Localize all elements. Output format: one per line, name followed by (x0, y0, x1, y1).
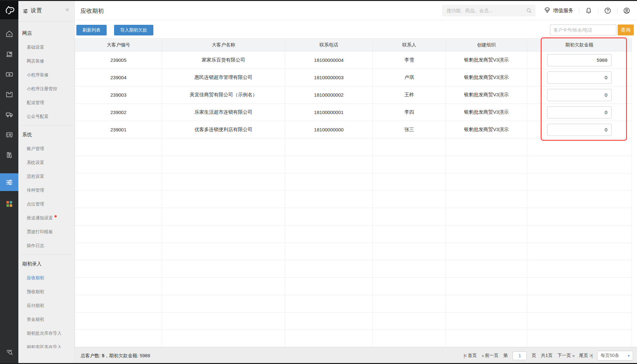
query-button[interactable]: 查询 (618, 24, 634, 35)
sidebar-item[interactable]: 网店装修 (18, 54, 74, 68)
sidebar-item[interactable]: 点位管理 (18, 197, 74, 211)
rail-cash-icon[interactable] (0, 65, 18, 83)
cell-contact: 王梓 (373, 86, 446, 104)
sidebar-item[interactable]: 流程设置 (18, 169, 74, 183)
first-page-button[interactable]: |<首页 (464, 353, 477, 359)
empty-cell (373, 278, 446, 295)
sidebar-item[interactable]: 期初库区库存导入 (18, 340, 74, 348)
rail-safe-icon[interactable] (0, 126, 18, 144)
sidebar-item[interactable]: 账户管理 (18, 142, 74, 156)
initial-debt-input[interactable] (547, 72, 612, 84)
empty-cell (162, 156, 285, 173)
empty-cell (285, 225, 373, 243)
empty-cell (75, 243, 162, 260)
per-page-select[interactable]: 每页50条 ▾ (597, 351, 633, 360)
cell-amount (527, 52, 632, 69)
sidebar-item[interactable]: 期初批次库存导入 (18, 326, 74, 340)
empty-cell (373, 208, 446, 225)
rail-apps-grid-icon[interactable] (0, 195, 18, 213)
footer-bar: 总客户数: 5，期初欠款金额: 5988 |<首页 «前一页 第 页 共1页 下… (75, 347, 637, 364)
empty-row (75, 208, 632, 225)
account-avatar-icon[interactable] (623, 7, 631, 14)
initial-debt-input[interactable] (547, 54, 612, 66)
empty-cell (373, 295, 446, 312)
table-row: 239003美宜佳商贸有限公司（示例名）18100000002王梓银豹批发商贸V… (75, 86, 632, 104)
chevron-down-icon: ▾ (628, 354, 630, 358)
sidebar-item[interactable]: 公众号配置 (18, 110, 74, 123)
sidebar-item[interactable]: 票据打印模板 (18, 225, 74, 239)
empty-cell (285, 191, 373, 208)
prev-page-button[interactable]: «前一页 (482, 353, 498, 359)
initial-debt-input[interactable] (547, 124, 612, 136)
empty-cell (162, 312, 285, 330)
empty-row (75, 260, 632, 278)
empty-cell (75, 208, 162, 225)
empty-cell (162, 225, 285, 243)
cell-org: 银豹批发商贸V3演示 (446, 86, 527, 104)
first-page-icon: |< (464, 353, 467, 358)
empty-cell (75, 295, 162, 312)
empty-row (75, 156, 632, 173)
sidebar-item[interactable]: 系统设置 (18, 156, 74, 169)
sidebar-item[interactable]: 操作日志 (18, 239, 74, 253)
empty-cell (75, 156, 162, 173)
rail-settings-sliders-icon[interactable] (0, 173, 18, 191)
empty-cell (285, 243, 373, 260)
sidebar-item[interactable]: 推送通知设置 (18, 211, 74, 225)
help-icon[interactable] (604, 7, 612, 14)
next-page-button[interactable]: 下一页» (557, 353, 574, 359)
global-search-input[interactable] (442, 5, 536, 16)
cell-contact: 李雪 (373, 52, 446, 69)
sidebar-item[interactable]: 传秤管理 (18, 183, 74, 197)
empty-row (75, 173, 632, 191)
initial-debt-input[interactable] (547, 106, 612, 119)
cell-org: 银豹批发商贸V3演示 (446, 104, 527, 121)
sidebar-item[interactable]: 资金期初 (18, 312, 74, 326)
value-added-services-button[interactable]: 增值服务 (544, 6, 574, 15)
initial-debt-input[interactable] (547, 89, 612, 101)
cell-id: 239002 (75, 104, 162, 121)
empty-cell (527, 156, 632, 173)
sidebar-item[interactable]: 小程序装修 (18, 68, 74, 82)
empty-row (75, 243, 632, 260)
cell-name: 家家乐百货有限公司 (162, 52, 285, 69)
rail-delivery-truck-icon[interactable] (0, 105, 18, 123)
notification-dot (54, 215, 57, 217)
customer-filter-input[interactable] (550, 24, 616, 35)
sidebar-item[interactable]: 应付期初 (18, 299, 74, 312)
sidebar-item[interactable]: 应收期初 (18, 271, 74, 285)
rail-ledger-icon[interactable] (0, 146, 18, 164)
empty-cell (527, 260, 632, 278)
sidebar-item[interactable]: 基础设置 (18, 40, 74, 54)
page-number-input[interactable] (513, 351, 527, 360)
close-icon[interactable]: × (65, 6, 69, 13)
pospal-leopard-logo[interactable] (0, 1, 18, 19)
sidebar-item[interactable]: 预收期初 (18, 285, 74, 299)
empty-cell (373, 312, 446, 330)
page-title: 应收期初 (81, 7, 104, 15)
empty-cell (373, 330, 446, 347)
last-page-button[interactable]: 尾页>| (579, 353, 592, 359)
empty-cell (527, 225, 632, 243)
column-header: 联系人 (373, 39, 446, 52)
import-initial-debt-button[interactable]: 导入期初欠款 (114, 25, 153, 35)
cell-org: 银豹批发商贸V3演示 (446, 52, 527, 69)
pagination: |<首页 «前一页 第 页 共1页 下一页» 尾页>| 每页50条 ▾ (464, 351, 633, 360)
sidebar-item[interactable]: 小程序注册管控 (18, 82, 74, 96)
rail-home-icon[interactable] (0, 25, 18, 43)
empty-cell (446, 173, 527, 191)
refresh-list-button[interactable]: 刷新列表 (76, 25, 107, 35)
empty-row (75, 225, 632, 243)
rail-search-list-icon[interactable] (0, 343, 18, 361)
customer-table-wrap: 大客户编号大客户名称联系电话联系人创建组织期初欠款金额 239005家家乐百货有… (75, 38, 632, 347)
rail-package-icon[interactable] (0, 85, 18, 103)
cell-name: 乐家生活超市连锁有限公司 (162, 104, 285, 121)
sidebar-item[interactable]: 配送管理 (18, 96, 74, 110)
table-row: 239002乐家生活超市连锁有限公司18100000001李四银豹批发商贸V3演… (75, 104, 632, 121)
cell-phone: 18100000000 (285, 121, 373, 139)
rail-register-icon[interactable] (0, 45, 18, 63)
settings-sidebar: 设置 × 网店基础设置网店装修小程序装修小程序注册管控配送管理公众号配置系统账户… (18, 1, 75, 363)
notification-bell-icon[interactable] (585, 7, 593, 14)
leopard-icon (3, 4, 16, 17)
page-label-post: 页 (532, 353, 536, 359)
